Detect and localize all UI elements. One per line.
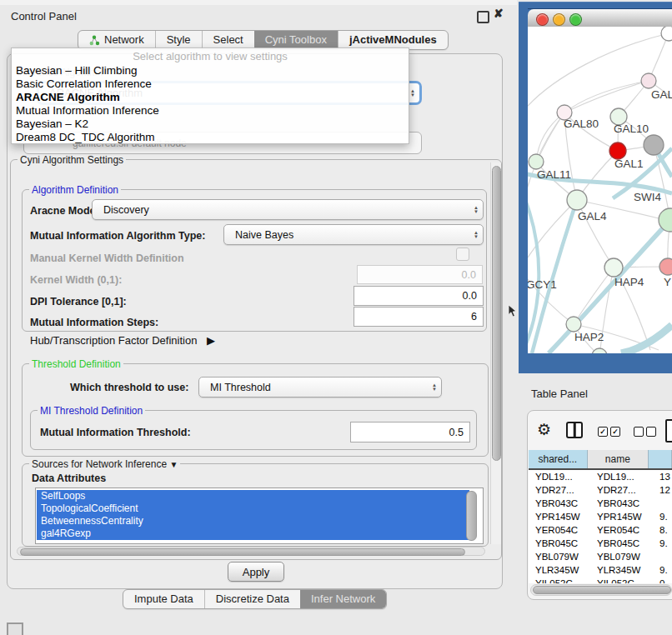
table-cell: 9. (659, 563, 672, 577)
split-columns-icon[interactable] (566, 422, 583, 438)
table-row[interactable]: YDR27...YDR27...12 (529, 483, 672, 497)
gear-icon[interactable]: ⚙ (537, 420, 551, 439)
tab-discretize-data[interactable]: Discretize Data (204, 590, 300, 608)
sources-group-title[interactable]: Sources for Network Inference ▼ (29, 458, 180, 470)
tab-infer-network[interactable]: Infer Network (300, 590, 386, 608)
attribute-item[interactable]: gal4RGexp (37, 528, 469, 540)
manual-kernel-label: Manual Kernel Width Definition (30, 252, 184, 264)
table-row[interactable]: YPR145WYPR145W9. (529, 510, 672, 523)
mi-type-combo[interactable]: Naive Bayes ▲▼ (223, 224, 484, 245)
popup-item[interactable]: Bayesian – K2 (16, 118, 88, 130)
table-row[interactable]: YBR043CYBR043C (529, 497, 672, 510)
table-cell: YDR27... (597, 483, 654, 497)
tab-label: Discretize Data (216, 590, 289, 608)
network-node[interactable] (592, 348, 607, 353)
data-attributes-list[interactable]: SelfLoopsTopologicalCoefficientBetweenne… (35, 488, 484, 544)
deselect-all-icon[interactable] (634, 427, 656, 437)
popup-item[interactable]: Basic Correlation Inference (16, 78, 152, 90)
list-vertical-scrollbar[interactable] (466, 491, 477, 541)
aracne-mode-label: Aracne Mode: (30, 205, 99, 217)
attribute-item[interactable]: TopologicalCoefficient (37, 502, 469, 515)
mi-steps-label: Mutual Information Steps: (30, 317, 158, 328)
table-cell: YPR145W (597, 510, 654, 523)
network-node[interactable] (644, 135, 664, 155)
minimized-panel-icon[interactable] (7, 622, 23, 635)
popup-item[interactable]: Bayesian – Hill Climbing (16, 64, 138, 77)
table-row[interactable]: YLR345WYLR345W9. (529, 563, 672, 577)
settings-scrollbar-track[interactable] (490, 162, 501, 544)
table-cell: YBR043C (535, 497, 590, 510)
network-node-hap2[interactable] (566, 317, 581, 332)
tab-impute-data[interactable]: Impute Data (123, 590, 204, 608)
which-threshold-combo[interactable]: MI Threshold ▲▼ (198, 377, 442, 398)
close-panel-icon[interactable]: ✘ (494, 7, 504, 20)
apply-button[interactable]: Apply (228, 562, 284, 582)
network-node-y[interactable] (659, 258, 672, 275)
kernel-width-field[interactable]: 0.0 (357, 265, 483, 284)
network-icon (89, 35, 100, 46)
table-cell: YBL079W (597, 550, 654, 563)
network-node-gal[interactable] (641, 73, 656, 88)
network-edge[interactable] (528, 112, 564, 269)
network-node-gal1[interactable] (609, 142, 626, 159)
screen: Control Panel ✘ NetworkStyleSelectCyni T… (0, 0, 672, 635)
manual-kernel-checkbox[interactable] (456, 248, 469, 261)
tab-jactivemnodules[interactable]: jActiveMNodules (338, 31, 448, 49)
node-label: GAL (651, 88, 672, 101)
settings-hscrollbar-thumb[interactable] (20, 548, 465, 556)
attribute-item[interactable]: SelfLoops (37, 490, 469, 502)
network-edge[interactable] (574, 268, 614, 324)
hub-definition-toggle[interactable]: Hub/Transcription Factor Definition ▶ (30, 334, 215, 347)
mi-steps-field[interactable]: 6 (354, 307, 484, 327)
network-window-titlebar[interactable] (528, 9, 672, 28)
table-cell: YLR345W (597, 563, 654, 577)
network-node[interactable] (661, 27, 672, 41)
network-node-gal11[interactable] (529, 154, 544, 169)
popup-item[interactable]: ARACNE Algorithm (16, 91, 120, 103)
popup-item[interactable]: Dream8 DC_TDC Algorithm (16, 131, 155, 143)
mi-threshold-group-title: MI Threshold Definition (38, 405, 145, 417)
settings-hscrollbar-track[interactable] (17, 547, 485, 556)
column-header[interactable]: shared... (529, 450, 588, 468)
column-header[interactable] (649, 450, 672, 468)
table-row[interactable]: YDL19...YDL19...13 (529, 470, 672, 483)
minimize-window-icon[interactable] (553, 13, 565, 26)
network-canvas[interactable]: GALGAL80GAL10GAL1GAL11SWI4GAL4HAP4YGCY1H… (528, 27, 672, 353)
popup-item[interactable]: Mutual Information Inference (16, 104, 159, 117)
table-row[interactable]: YIL052CYIL052C0. (529, 577, 672, 583)
table-cell: YIL052C (535, 577, 590, 583)
tab-select[interactable]: Select (202, 31, 254, 49)
table-row[interactable]: YBL079WYBL079W (529, 550, 672, 563)
table-hscrollbar-track[interactable] (530, 584, 672, 596)
tab-style[interactable]: Style (155, 31, 202, 49)
zoom-window-icon[interactable] (569, 13, 582, 26)
settings-scrollbar-thumb[interactable] (492, 166, 501, 461)
dpi-tolerance-label: DPI Tolerance [0,1]: (30, 296, 127, 308)
tab-label: jActiveMNodules (349, 31, 437, 49)
aracne-mode-combo[interactable]: Discovery ▲▼ (92, 199, 484, 220)
document-icon[interactable] (665, 419, 672, 442)
attribute-item[interactable]: BetweennessCentrality (37, 515, 469, 528)
tab-network[interactable]: Network (78, 31, 155, 49)
network-node-hap4[interactable] (604, 258, 623, 277)
table-row[interactable]: YBR045CYBR045C9. (529, 537, 672, 550)
network-node-gal4[interactable] (567, 190, 587, 210)
table-panel-title: Table Panel (531, 388, 588, 400)
data-attributes-label: Data Attributes (32, 472, 106, 484)
mi-threshold-field[interactable]: 0.5 (350, 422, 470, 442)
node-label: GAL11 (537, 168, 571, 181)
node-label: Y (664, 276, 671, 288)
close-window-icon[interactable] (536, 13, 549, 26)
table-cell: YDL19... (597, 470, 654, 483)
float-panel-icon[interactable] (477, 11, 489, 23)
table-cell: YDL19... (535, 470, 590, 483)
control-panel-titlebar: Control Panel ✘ (0, 5, 504, 27)
tab-cyni-toolbox[interactable]: Cyni Toolbox (254, 31, 338, 49)
select-all-icon[interactable]: ✓✓ (598, 427, 620, 437)
table-hscrollbar-thumb[interactable] (533, 586, 671, 594)
dpi-tolerance-field[interactable]: 0.0 (354, 286, 484, 306)
node-label: GCY1 (528, 278, 557, 291)
column-header[interactable]: name (588, 450, 649, 468)
tab-label: Cyni Toolbox (265, 31, 327, 49)
table-row[interactable]: YER054CYER054C8. (529, 523, 672, 537)
